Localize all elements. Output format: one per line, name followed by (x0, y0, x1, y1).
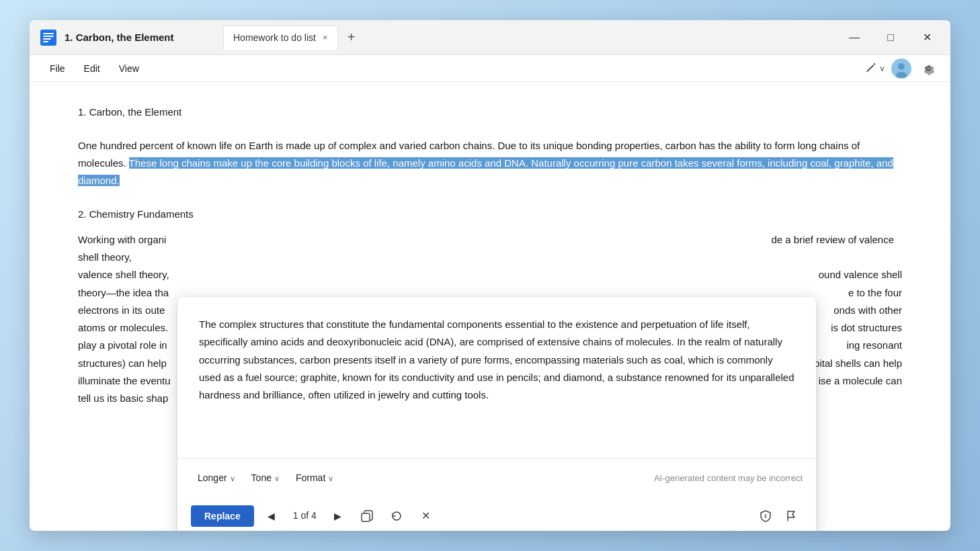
suggestion-counter: 1 of 4 (289, 508, 321, 524)
format-dropdown[interactable]: Format ∨ (289, 467, 340, 490)
doc-heading-1: 1. Carbon, the Element (78, 103, 902, 121)
close-button[interactable]: ✕ (911, 27, 942, 48)
svg-rect-4 (43, 41, 48, 42)
main-window: 1. Carbon, the Element Homework to do li… (30, 20, 950, 531)
tone-dropdown[interactable]: Tone ∨ (245, 467, 286, 490)
svg-point-6 (898, 63, 905, 70)
flag-button[interactable] (780, 505, 803, 527)
svg-rect-2 (43, 36, 54, 37)
popup-text-content: The complex structures that constitute t… (177, 297, 816, 458)
tab-area: Homework to do list × + (223, 26, 839, 50)
user-avatar[interactable] (891, 58, 911, 79)
para2-content: Working with organide a brief review of … (78, 231, 902, 267)
ai-rewrite-popup: The complex structures that constitute t… (177, 297, 816, 531)
popup-text: The complex structures that constitute t… (199, 316, 794, 404)
file-menu[interactable]: File (40, 59, 75, 78)
replace-button[interactable]: Replace (191, 505, 254, 527)
doc-heading-2: 2. Chemistry Fundaments (78, 206, 902, 223)
refresh-button[interactable] (385, 505, 408, 527)
window-title: 1. Carbon, the Element (65, 32, 212, 43)
para1-highlighted: These long chains make up the core build… (78, 157, 893, 186)
longer-chevron: ∨ (230, 472, 235, 485)
longer-label: Longer (198, 470, 227, 486)
popup-toolbar: Longer ∨ Tone ∨ Format ∨ AI-generated co… (177, 458, 816, 498)
format-label: Format (296, 470, 325, 486)
format-chevron: ∨ (328, 472, 333, 485)
prev-suggestion-button[interactable]: ◀ (261, 505, 282, 527)
edit-dropdown-arrow: ∨ (879, 64, 885, 73)
app-icon (38, 27, 59, 48)
tone-label: Tone (251, 470, 272, 486)
edit-icon-button[interactable]: ∨ (863, 57, 886, 80)
svg-rect-3 (43, 38, 51, 40)
settings-button[interactable] (917, 57, 940, 80)
svg-rect-0 (40, 30, 56, 46)
menu-bar-right: ∨ (863, 57, 940, 80)
tab-close-icon[interactable]: × (323, 33, 328, 42)
homework-tab[interactable]: Homework to do list × (223, 26, 338, 50)
title-bar: 1. Carbon, the Element Homework to do li… (30, 20, 950, 55)
tab-label: Homework to do list (233, 32, 316, 43)
close-popup-button[interactable]: ✕ (415, 505, 438, 527)
popup-right-actions (754, 505, 803, 527)
svg-rect-9 (362, 513, 370, 521)
menu-bar: File Edit View ∨ (30, 55, 950, 82)
minimize-button[interactable]: — (839, 27, 870, 48)
longer-dropdown[interactable]: Longer ∨ (191, 467, 242, 490)
tone-chevron: ∨ (274, 472, 280, 485)
doc-paragraph-1: One hundred percent of known life on Ear… (78, 137, 902, 190)
document-content: 1. Carbon, the Element One hundred perce… (30, 82, 950, 531)
popup-actions: Replace ◀ 1 of 4 ▶ ✕ (177, 498, 816, 531)
view-menu[interactable]: View (110, 59, 149, 78)
svg-rect-1 (43, 33, 54, 34)
new-tab-button[interactable]: + (341, 27, 362, 48)
next-suggestion-button[interactable]: ▶ (327, 505, 349, 527)
shield-button[interactable] (754, 505, 777, 527)
ai-disclaimer: AI-generated content may be incorrect (654, 471, 803, 486)
para2-line2: valence shell theory,ound valence shell (78, 266, 902, 284)
edit-menu[interactable]: Edit (75, 59, 110, 78)
window-controls: — □ ✕ (839, 27, 942, 48)
copy-button[interactable] (356, 505, 378, 527)
maximize-button[interactable]: □ (875, 27, 906, 48)
